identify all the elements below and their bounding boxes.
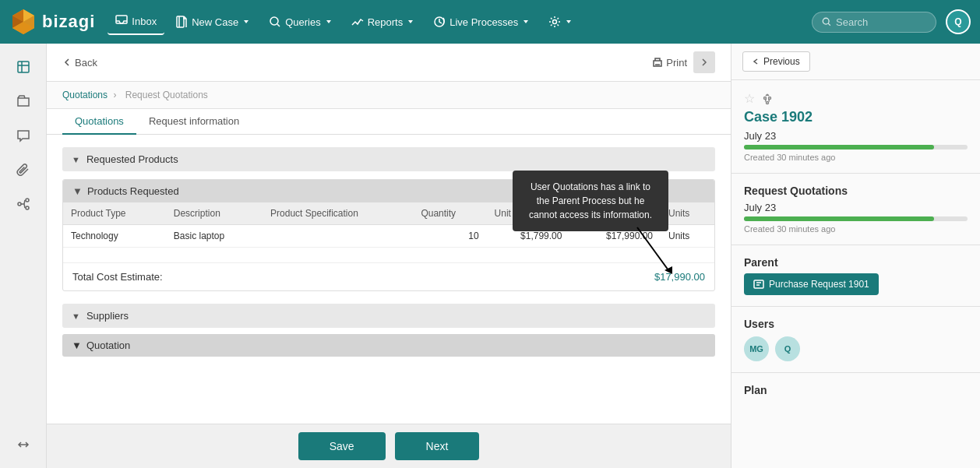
sidebar-collapse-button[interactable] [9, 431, 37, 459]
previous-button[interactable]: Previous [742, 51, 810, 72]
col-units: Units [661, 202, 714, 225]
cell-quantity: 10 [413, 225, 486, 248]
plan-section: Plan [731, 373, 980, 412]
back-link[interactable]: Back [62, 57, 97, 69]
sidebar-item-process[interactable] [9, 190, 37, 218]
logo-icon [9, 8, 37, 36]
right-panel-top: Previous [731, 44, 980, 80]
print-button[interactable]: Print [652, 57, 687, 69]
case-icons: ☆ [744, 91, 968, 106]
svg-rect-16 [654, 61, 661, 66]
left-sidebar [0, 44, 47, 468]
inbox-nav-button[interactable]: Inbox [108, 9, 164, 35]
logo: bizagi [9, 8, 95, 36]
tab-request-information[interactable]: Request information [136, 109, 252, 135]
tabs-bar: Quotations Request information [47, 109, 731, 135]
table-empty-row [63, 248, 714, 263]
sidebar-item-cases[interactable] [9, 87, 37, 115]
queries-dropdown-icon [325, 18, 333, 26]
search-input[interactable] [836, 16, 926, 28]
suppliers-section[interactable]: ▼ Suppliers [62, 304, 715, 328]
user-avatar-q[interactable]: Q [775, 336, 800, 361]
folder-icon [16, 93, 31, 109]
tooltip-box: User Quotations has a link to the Parent… [513, 171, 668, 231]
previous-chevron-icon [753, 58, 760, 65]
products-requested-chevron: ▼ [72, 185, 83, 197]
parent-section: Parent Purchase Request 1901 [731, 245, 980, 307]
save-button[interactable]: Save [298, 432, 386, 460]
plan-title: Plan [744, 384, 968, 396]
settings-dropdown-icon [565, 18, 573, 26]
sidebar-item-tasks[interactable] [9, 53, 37, 81]
star-icon[interactable]: ☆ [744, 91, 755, 106]
total-label: Total Cost Estimate: [72, 271, 163, 283]
bottom-bar: Save Next [47, 424, 731, 468]
reports-dropdown-icon [407, 18, 414, 26]
avatar[interactable]: Q [946, 9, 971, 34]
svg-line-17 [637, 227, 668, 270]
users-list: MG Q [744, 336, 968, 361]
reports-icon [351, 16, 364, 28]
queries-nav-button[interactable]: Queries [261, 9, 340, 34]
created-text1: Created 30 minutes ago [744, 153, 968, 162]
users-section: Users MG Q [731, 307, 980, 373]
users-title: Users [744, 318, 968, 330]
progress-fill2 [744, 216, 934, 221]
request-quotations-title: Request Quotations [744, 185, 968, 197]
back-chevron-icon [62, 58, 72, 67]
requested-products-chevron: ▼ [72, 155, 80, 164]
new-case-icon [175, 16, 188, 28]
quotation-chevron: ▼ [72, 340, 82, 351]
parent-process-button[interactable]: Purchase Request 1901 [744, 273, 879, 295]
next-arrow-button[interactable] [693, 51, 715, 73]
quotation-subsection[interactable]: ▼ Quotation [62, 334, 715, 357]
next-arrow-icon [700, 58, 709, 67]
search-icon [822, 16, 831, 27]
cell-product-type: Technology [63, 225, 166, 248]
case-date1: July 23 [744, 130, 968, 142]
breadcrumb-parent[interactable]: Quotations [62, 90, 108, 100]
created-text2: Created 30 minutes ago [744, 224, 968, 234]
suppliers-chevron: ▼ [72, 311, 80, 321]
user-avatar-mg[interactable]: MG [744, 336, 769, 361]
logo-text: bizagi [42, 12, 95, 32]
attachment-icon [16, 162, 31, 178]
svg-point-21 [767, 101, 769, 104]
requested-products-section[interactable]: ▼ Requested Products [62, 147, 715, 171]
svg-point-10 [553, 20, 557, 24]
parent-process-icon [753, 279, 764, 290]
svg-rect-12 [18, 62, 29, 72]
live-processes-icon [433, 16, 446, 28]
tasks-icon [16, 59, 31, 75]
center-content: Back Print Quotations › Request Quotatio… [47, 44, 731, 468]
reports-nav-button[interactable]: Reports [344, 9, 423, 34]
progress-fill1 [744, 145, 934, 150]
svg-rect-6 [116, 16, 127, 23]
print-icon [652, 57, 663, 68]
svg-point-11 [823, 18, 829, 24]
next-button[interactable]: Next [395, 432, 480, 460]
cell-product-spec [263, 225, 413, 248]
col-quantity: Quantity [413, 202, 486, 225]
settings-nav-button[interactable] [541, 9, 580, 34]
request-quotations-section: Request Quotations July 23 Created 30 mi… [731, 174, 980, 245]
col-product-spec: Product Specification [263, 202, 413, 225]
svg-rect-7 [177, 16, 184, 27]
sidebar-item-chat[interactable] [9, 121, 37, 150]
new-case-nav-button[interactable]: New Case [167, 9, 258, 34]
tab-quotations[interactable]: Quotations [62, 109, 136, 135]
chat-icon [16, 128, 31, 143]
case-section: ☆ Case 1902 July 23 Created 30 minutes a… [731, 80, 980, 174]
live-processes-nav-button[interactable]: Live Processes [425, 9, 538, 34]
case-date2: July 23 [744, 202, 968, 213]
parent-title: Parent [744, 256, 968, 269]
svg-point-8 [270, 17, 278, 25]
share-icon [761, 93, 774, 105]
back-bar: Back Print [47, 44, 731, 82]
cell-description: Basic laptop [166, 225, 263, 248]
top-navigation: bizagi Inbox New Case Queries Reports Li… [0, 0, 980, 44]
queries-icon [269, 16, 281, 28]
search-box[interactable] [812, 12, 936, 33]
sidebar-item-attachments[interactable] [9, 156, 37, 184]
content-area: User Quotations has a link to the Parent… [47, 135, 731, 424]
